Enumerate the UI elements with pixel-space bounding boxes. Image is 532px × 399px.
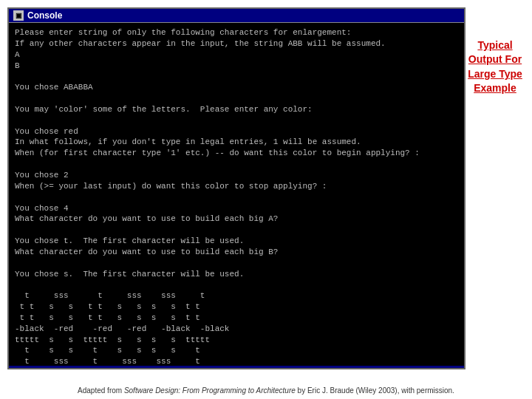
footer: Adapted from Software Design: From Progr… (0, 386, 532, 395)
console-icon: ▣ (13, 10, 24, 21)
footer-text: Adapted from Software Design: From Progr… (78, 386, 454, 395)
console-window: ▣ Console Please enter string of only th… (7, 7, 466, 369)
console-titlebar: ▣ Console (9, 9, 464, 23)
sidebar-panel: Typical Output For Large Type Example (466, 7, 525, 155)
console-title: Console (27, 10, 62, 21)
console-output: Please enter string of only the followin… (9, 23, 464, 366)
typical-output-link[interactable]: Typical Output For Large Type Example (466, 38, 525, 96)
